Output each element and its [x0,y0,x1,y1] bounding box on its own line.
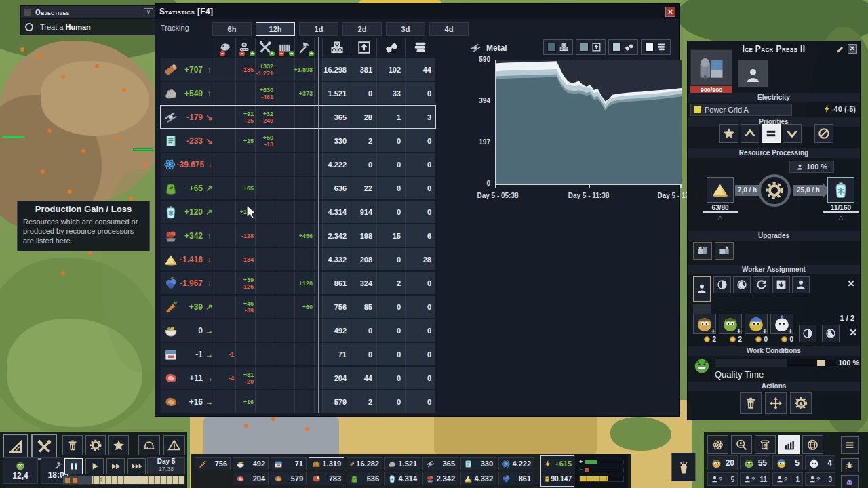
tracking-tab-3d[interactable]: 3d [386,22,425,36]
objectives-checkbox[interactable] [24,9,31,16]
filter-refresh-button[interactable] [753,276,770,293]
shift-moon-button[interactable] [822,325,840,342]
close-icon[interactable]: ✕ [665,7,675,17]
collapse-chevron-icon[interactable]: ∨ [144,8,153,16]
villager-count-2[interactable]: 55 [740,455,770,470]
speed-play-button[interactable] [85,458,104,474]
stats-row-science[interactable]: -39.675↓4.222000 [161,153,435,176]
villager-count-1[interactable]: 20 [707,455,738,470]
tool-alert-button[interactable] [163,435,185,455]
legend-stockpile[interactable] [641,39,671,55]
tool-scroll-button[interactable] [755,435,776,454]
output-resource[interactable] [827,177,854,203]
objective-item[interactable]: Treat a Human [20,19,157,35]
tracking-tab-2d[interactable]: 2d [342,22,382,36]
tool-barchart-button[interactable] [778,435,800,454]
priority-ban-button[interactable] [814,124,833,143]
tool-bridge-button[interactable] [138,435,160,455]
tool-tower-button[interactable] [671,453,696,481]
tool-discord-button[interactable] [841,475,859,488]
resource-log[interactable]: 16.282 [347,457,382,470]
action-gearwrench-button[interactable] [790,392,812,414]
villager-count-3[interactable]: 5 [772,455,803,470]
stats-row-icepack[interactable]: +120↗+1204.31491400 [161,201,435,223]
action-trash-button[interactable] [740,392,762,414]
shift-daynight-button[interactable] [799,325,816,342]
priority-star-button[interactable] [719,124,738,143]
legend-output[interactable] [576,39,606,55]
input-resource[interactable] [707,177,734,203]
resource-meat_cooked[interactable]: 579 [271,472,307,485]
stats-row-metal[interactable]: -179↘+91-25+32-2493652813 [161,106,435,128]
filter-person-button[interactable] [792,276,810,293]
tracking-tab-4d[interactable]: 4d [429,22,469,36]
resource-sand[interactable]: 4.332 [460,472,496,485]
resource-icepack[interactable]: 4.314 [384,472,420,485]
priority-equals-button[interactable] [762,124,781,143]
timeline-ruler[interactable]: ☾ [62,476,185,485]
resource-stone[interactable]: 1.521 [384,457,420,470]
worker-portrait[interactable] [738,60,768,87]
tool-trash-button[interactable] [62,435,83,455]
speed-pause-button[interactable] [64,458,83,474]
stats-row-blueberries[interactable]: -1.967↓+39-126+12086132420 [161,272,435,294]
resource-salad[interactable]: 492 [233,457,269,470]
speed-ff-button[interactable] [106,458,125,474]
assigned-worker-slot[interactable] [693,276,711,302]
stats-row-meat_cooked[interactable]: +16→+16579200 [161,390,435,413]
stats-row-meat_raw[interactable]: +11→-4+31-202044400 [161,367,435,389]
stats-row-ration[interactable]: -1→-171000 [161,343,435,365]
tool-atom-button[interactable] [707,435,728,454]
speed-fff-button[interactable] [127,458,146,474]
tracking-tab-6h[interactable]: 6h [212,22,252,36]
tool-hammerwrench-button[interactable] [31,434,57,460]
close-icon[interactable]: ✕ [848,44,857,54]
worker-type-3[interactable]: + [745,314,768,334]
resource-roast[interactable]: 783 [309,472,344,485]
clear-workers-icon[interactable]: ✕ [846,326,860,340]
resource-produce[interactable]: 1.319 [309,457,344,470]
legend-expedition[interactable] [608,39,638,55]
legend-storage[interactable] [543,39,573,55]
resource-carrot[interactable]: 756 [195,457,231,470]
tool-bug-button[interactable] [841,458,859,472]
villager-unassigned-1[interactable]: ?5 [707,472,738,486]
slider-handle[interactable] [817,360,825,366]
tool-gear-button[interactable] [85,435,106,455]
upgrade-slot-2[interactable] [715,242,734,260]
filter-daynight-button[interactable] [713,276,731,293]
resource-blueberries[interactable]: 861 [498,472,534,485]
villager-unassigned-3[interactable]: ?1 [772,472,803,486]
resource-meat_raw[interactable]: 204 [233,472,269,485]
tool-star-button[interactable] [108,435,129,455]
stats-row-stone[interactable]: +549↑+630-461+3731.5210330 [161,82,435,104]
filter-downbox-button[interactable] [772,276,790,293]
resource-ration[interactable]: 71 [271,457,307,470]
tool-setsquare-button[interactable] [3,434,28,460]
clear-worker-icon[interactable]: ✕ [845,278,857,290]
filter-moon-button[interactable] [733,276,751,293]
resource-blueprint[interactable]: 330 [460,457,496,470]
stats-row-carrot[interactable]: +39↗+46-39+607568500 [161,296,435,318]
energy-summary[interactable]: +615 90.147 [540,455,574,487]
worker-type-4[interactable]: + [770,314,793,334]
tool-menu-button[interactable] [841,436,859,454]
villager-unassigned-2[interactable]: ?11 [740,472,770,486]
resource-science[interactable]: 4.222 [498,457,534,470]
stats-row-log[interactable]: +707↑-185+332-1.271+1.89816.29838110244 [161,58,435,81]
tool-search_person-button[interactable] [731,435,752,454]
tool-globe-button[interactable] [802,435,823,454]
power-grid-chip[interactable]: Power Grid A [690,104,792,116]
priority-chevdown-button[interactable] [783,124,802,143]
stats-row-pottage[interactable]: +342↑-128+4562.342198156 [161,224,435,247]
tracking-tab-1d[interactable]: 1d [299,22,338,36]
worker-type-1[interactable]: + [693,314,716,334]
action-move-button[interactable] [765,392,787,414]
stats-row-fertilizer[interactable]: +65↗+656362200 [161,177,435,199]
rename-pencil-icon[interactable] [835,45,845,54]
upgrade-slot-1[interactable] [693,242,712,260]
stats-row-salad[interactable]: 0→492000 [161,319,435,342]
tracking-tab-12h[interactable]: 12h [256,22,295,36]
villager-unassigned-4[interactable]: ?3 [805,472,835,486]
resource-fertilizer[interactable]: 636 [347,472,382,485]
